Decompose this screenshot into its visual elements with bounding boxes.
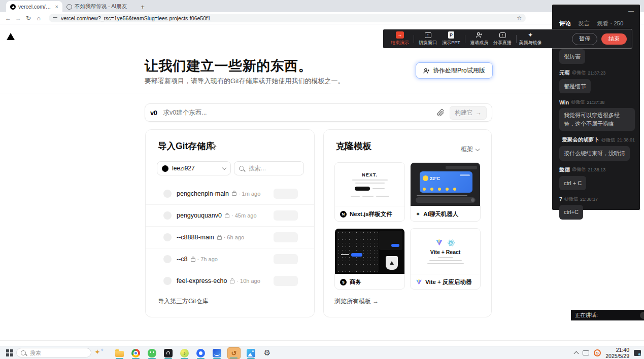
home-icon[interactable]: ⌂ — [33, 15, 44, 22]
table-row[interactable]: pengyouquanv0 · 45m ago — [146, 204, 314, 226]
repo-name: pengchenpin-main — [177, 190, 229, 197]
photos-app-icon[interactable] — [245, 347, 257, 359]
v0-prompt-input[interactable] — [162, 109, 432, 117]
repo-time: · 45m ago — [231, 212, 257, 219]
taskbar-clock[interactable]: 21:40 2025/5/29 — [605, 347, 629, 359]
import-button-skeleton[interactable] — [274, 210, 298, 221]
list-item: Win@微信21:37:38 我觉得可以穿透很多经验，这个不属于唠嗑 — [559, 99, 635, 131]
tray-monitor-icon[interactable] — [583, 350, 589, 355]
paperclip-icon[interactable] — [437, 109, 445, 117]
git-account-dropdown[interactable]: leezi927 — [157, 161, 231, 175]
toolbar-item-label: 美颜与镜像 — [519, 40, 542, 46]
active-meeting-app-icon[interactable]: ↺ — [227, 347, 241, 359]
forward-icon[interactable]: → — [13, 15, 23, 22]
sogou-input-icon[interactable]: S — [594, 349, 601, 356]
table-row[interactable]: feel-express-echo · 10h ago — [146, 270, 314, 292]
table-row[interactable]: --c8888-main · 6h ago — [146, 226, 314, 248]
tab-vercel[interactable]: vercel.com/new × — [6, 1, 62, 12]
import-third-party-link[interactable]: 导入第三方Git仓库 — [158, 297, 208, 306]
back-icon[interactable]: ← — [3, 15, 13, 22]
tab-speak[interactable]: 发言 — [578, 20, 590, 27]
chat-bubble: 很厉害 — [559, 49, 585, 64]
end-button[interactable]: 结束 — [601, 33, 627, 45]
blue-square-app-icon[interactable] — [211, 347, 223, 359]
url-text: vercel.com/new?_rsc=1ye56&teamSlug=lees-… — [61, 15, 513, 21]
repo-name: pengyouquanv0 — [177, 212, 222, 219]
tab-favicon — [66, 4, 72, 10]
copilot-sparkle-icon[interactable]: ✦✧ — [94, 348, 104, 356]
address-bar[interactable]: vercel.com/new?_rsc=1ye56&teamSlug=lees-… — [49, 14, 526, 22]
site-settings-icon[interactable] — [53, 17, 57, 19]
blue-circle-app-icon[interactable] — [195, 347, 207, 359]
template-vite-react[interactable]: Vite + React Vite + 反应启动器 — [410, 228, 481, 290]
minimize-icon[interactable]: — — [628, 8, 634, 14]
import-button-skeleton[interactable] — [274, 189, 298, 199]
arrow-right-icon: → — [476, 109, 482, 116]
repo-search-input[interactable] — [248, 164, 290, 172]
screen: vercel.com/new × 不如我帮你说 - AI朋友 + ← → ↻ ⌂… — [0, 0, 644, 359]
chat-source: @微信 — [572, 166, 586, 173]
import-button-skeleton[interactable] — [274, 232, 298, 242]
vite-icon — [435, 239, 443, 246]
vercel-favicon — [10, 4, 16, 10]
template-name: Vite + 反应启动器 — [425, 278, 472, 286]
build-it-button[interactable]: 构建它 → — [450, 106, 487, 120]
collab-label: 协作处理Pro试用版 — [433, 66, 485, 75]
notification-center-icon[interactable] — [634, 350, 641, 356]
reload-icon[interactable]: ↻ — [23, 15, 33, 22]
invite-members-button[interactable]: 邀请成员 — [467, 31, 491, 46]
browse-all-templates-link[interactable]: 浏览所有模板 → — [334, 297, 379, 306]
template-name: AI聊天机器人 — [423, 210, 458, 218]
present-ppt-button[interactable]: P 演示PPT — [439, 31, 463, 46]
share-livestream-button[interactable]: ↑ 分享直播 — [491, 31, 514, 46]
import-button-skeleton[interactable] — [274, 276, 298, 286]
templates-section-title: 克隆模板 — [336, 140, 371, 152]
import-button-skeleton[interactable] — [274, 254, 298, 264]
framework-filter-dropdown[interactable]: 框架 — [461, 145, 479, 154]
tab-ai-chat[interactable]: 不如我帮你说 - AI朋友 — [62, 1, 134, 12]
chat-bubble: 按什么键结束呀，没听清 — [559, 146, 630, 161]
beauty-mirror-button[interactable]: ✦ 美颜与镜像 — [519, 31, 542, 46]
taskbar-search-input[interactable] — [29, 349, 77, 356]
windows-taskbar: ✦✧ ♪ ↺ ⚙ S 21:40 2025/5/29 — [0, 346, 644, 359]
template-commerce[interactable]: $ 商务 — [334, 228, 405, 290]
switch-window-button[interactable]: ↑ 切换窗口 — [416, 31, 439, 46]
tab-comments[interactable]: 评论 — [559, 20, 571, 27]
tab-close-icon[interactable]: × — [55, 4, 58, 10]
repo-search-box[interactable] — [234, 161, 304, 175]
list-item: 很厉害 — [559, 49, 635, 64]
tab-viewers[interactable]: 观看 · 250 — [597, 20, 623, 27]
table-row[interactable]: pengchenpin-main · 1m ago — [146, 183, 314, 204]
settings-gear-icon[interactable]: ⚙ — [261, 347, 273, 359]
taskbar-search[interactable] — [16, 348, 91, 357]
table-row[interactable]: --c8 · 7h ago — [146, 248, 314, 270]
tray-chevron-up-icon[interactable] — [574, 351, 579, 356]
template-preview — [335, 229, 404, 274]
react-icon — [447, 239, 455, 247]
chat-tabs: 评论 发言 观看 · 250 — [559, 20, 623, 27]
list-item: 懿德@微信21:38:13 ctrl + C — [559, 166, 635, 191]
pause-button[interactable]: 暂停 — [572, 33, 597, 45]
ppt-icon: P — [448, 31, 454, 39]
template-nextjs[interactable]: NEXT. N Next.js样板文件 — [334, 162, 405, 222]
link-icon — [559, 138, 560, 142]
end-presentation-button[interactable]: → 结束演示 — [388, 31, 412, 46]
file-explorer-icon[interactable] — [114, 347, 125, 359]
template-preview: NEXT. — [335, 163, 404, 206]
new-tab-button[interactable]: + — [138, 3, 147, 11]
collaborate-pro-button[interactable]: 协作处理Pro试用版 — [416, 62, 493, 79]
framework-filter-label: 框架 — [461, 145, 473, 154]
invite-person-icon — [476, 31, 483, 39]
wechat-icon[interactable] — [146, 347, 158, 359]
bookmark-star-icon[interactable]: ☆ — [517, 15, 522, 21]
sparkles-icon: ✦ — [528, 31, 533, 39]
share-live-icon: ↑ — [499, 32, 506, 38]
repo-time: · 6h ago — [224, 234, 244, 240]
chrome-icon[interactable] — [130, 347, 142, 359]
dark-app-icon[interactable] — [162, 347, 174, 359]
v0-prompt-bar[interactable]: v0 构建它 → — [145, 103, 492, 122]
chat-time: 21:37:38 — [587, 100, 604, 105]
template-ai-chatbot[interactable]: 22°C ✦ AI聊天机器人 — [410, 162, 481, 222]
qq-music-icon[interactable]: ♪ — [179, 347, 190, 359]
windows-start-icon[interactable] — [6, 349, 9, 352]
